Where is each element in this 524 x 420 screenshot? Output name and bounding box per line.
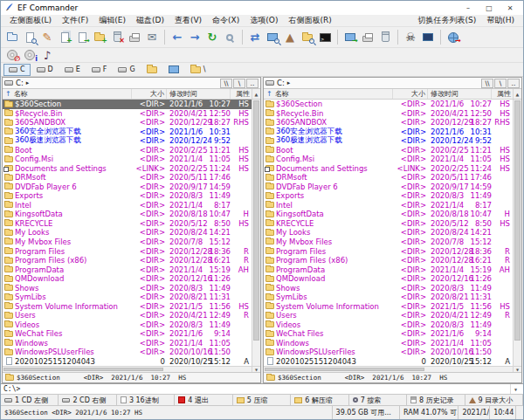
- right-vertical-scrollbar[interactable]: [513, 100, 521, 366]
- file-row[interactable]: Videos<DIR>2020/8/311:49: [264, 320, 513, 329]
- file-row[interactable]: Shows<DIR>2020/8/311:49: [264, 283, 513, 293]
- folder-search-icon[interactable]: [300, 30, 315, 45]
- drive-e-button[interactable]: E: [59, 64, 86, 76]
- edit-icon[interactable]: ✎: [39, 30, 55, 45]
- scrollbar-thumb[interactable]: [265, 368, 424, 371]
- menu-item[interactable]: 右侧面板(R): [283, 15, 336, 26]
- file-row[interactable]: ProgramData<DIR>2021/1/415:19AH: [3, 265, 252, 274]
- copy-icon[interactable]: +: [57, 30, 72, 45]
- scrollbar-thumb[interactable]: [3, 368, 163, 371]
- path-caret-icon[interactable]: ▸: [26, 79, 30, 86]
- right-horizontal-scrollbar[interactable]: [264, 366, 521, 372]
- email-icon[interactable]: ✉: [144, 30, 160, 45]
- column-attr[interactable]: 属性: [231, 89, 252, 99]
- scrollbar-thumb[interactable]: [514, 100, 521, 341]
- file-row[interactable]: Program Files (x86)<DIR>2020/12/2816:21R: [3, 256, 252, 265]
- delete-icon[interactable]: ×: [109, 30, 125, 45]
- minimize-button[interactable]: –: [459, 2, 477, 14]
- column-date[interactable]: 修改时间: [167, 89, 231, 99]
- move-icon[interactable]: →: [74, 30, 90, 45]
- menu-item[interactable]: 切换任务列表(S): [412, 15, 481, 26]
- file-row[interactable]: $Recycle.Bin<DIR>2020/4/2112:50HS: [3, 109, 252, 119]
- nav-root-button[interactable]: \: [494, 79, 507, 88]
- file-row[interactable]: WindowsPSLUserFiles<DIR>2020/10/1611:50: [3, 348, 252, 357]
- function-key-9[interactable]: 9 目录大小: [465, 395, 523, 405]
- file-row[interactable]: System Volume Information<DIR>2021/1/511…: [3, 301, 252, 311]
- menu-item[interactable]: 帮助(H): [481, 15, 520, 26]
- file-row[interactable]: Windows<DIR>2021/1/411:05: [264, 338, 513, 348]
- close-button[interactable]: ✕: [501, 2, 519, 14]
- connect-device-icon[interactable]: →: [342, 30, 358, 45]
- maximize-button[interactable]: □: [480, 2, 498, 14]
- menu-item[interactable]: 命令(X): [207, 15, 245, 26]
- back-icon[interactable]: ←: [169, 30, 185, 45]
- file-row[interactable]: $360Section<DIR>2021/1/610:27HS: [3, 100, 252, 109]
- file-row[interactable]: SymLibs<DIR>2020/8/2111:31: [264, 293, 513, 302]
- column-size[interactable]: 大小: [393, 89, 428, 99]
- file-row[interactable]: QMDownload<DIR>2020/12/1611:26: [264, 274, 513, 284]
- file-row[interactable]: DVDFab Player 6<DIR>2020/9/1714:59: [264, 182, 513, 192]
- file-row[interactable]: QMDownload<DIR>2020/12/1611:26: [3, 274, 252, 284]
- file-row[interactable]: Exports<DIR>2020/8/311:49: [264, 191, 513, 201]
- cd-block-icon[interactable]: ∅: [4, 48, 20, 63]
- file-row[interactable]: Config.Msi<DIR>2021/1/411:05HS: [264, 155, 513, 164]
- kill-process-icon[interactable]: ☠: [403, 30, 418, 45]
- menu-item[interactable]: 文件(F): [57, 15, 93, 26]
- file-row[interactable]: ProgramData<DIR>2021/1/415:19AH: [264, 265, 513, 274]
- menu-item[interactable]: 磁盘(D): [131, 15, 169, 26]
- file-row[interactable]: $Recycle.Bin<DIR>2020/4/2112:50HS: [264, 109, 513, 119]
- function-key-3[interactable]: 3 16进制: [117, 395, 175, 405]
- menu-item[interactable]: 选项(O): [245, 15, 283, 26]
- file-row[interactable]: KRECYCLE<DIR>2020/5/128:50HS: [264, 219, 513, 229]
- file-row[interactable]: KingsoftData<DIR>2020/8/1810:47H: [264, 210, 513, 219]
- nav-network-root-button[interactable]: \\: [481, 79, 493, 88]
- drive-d-button[interactable]: D: [31, 64, 59, 76]
- path-caret-icon[interactable]: ▸: [287, 79, 291, 86]
- file-row[interactable]: My Mvbox Files<DIR>2020/7/815:12: [264, 238, 513, 247]
- menu-item[interactable]: 左侧面板(L): [4, 15, 57, 26]
- new-folder-icon[interactable]: +: [92, 30, 107, 45]
- file-row[interactable]: DVDFab Player 6<DIR>2020/9/1714:59: [3, 182, 252, 192]
- menu-item[interactable]: 编辑(E): [93, 15, 131, 26]
- file-row[interactable]: 360极速浏览器下载<DIR>2020/12/249:52: [3, 136, 252, 146]
- drive-f-button[interactable]: F: [86, 64, 113, 76]
- root-shortcut-button[interactable]: \: [185, 64, 211, 76]
- file-row[interactable]: DRMsoft<DIR>2020/5/1117:46: [3, 173, 252, 182]
- file-row[interactable]: Users<DIR>2020/4/2112:49R: [264, 311, 513, 320]
- file-row[interactable]: Documents and Settings<LINK>2020/2/2511:…: [3, 164, 252, 174]
- refresh-icon[interactable]: ↻: [204, 30, 220, 45]
- folder-shortcut-button[interactable]: [141, 64, 162, 76]
- file-row[interactable]: Program Files (x86)<DIR>2020/12/2816:21R: [264, 256, 513, 265]
- file-row[interactable]: Shows<DIR>2020/8/311:49: [3, 283, 252, 293]
- scroll-down-icon[interactable]: [252, 367, 260, 372]
- quick-view-icon[interactable]: [22, 30, 38, 45]
- file-row[interactable]: Config.Msi<DIR>2021/1/411:05HS: [3, 155, 252, 164]
- function-key-1[interactable]: 1 CD 左侧: [1, 395, 59, 405]
- scrollbar-thumb[interactable]: [253, 100, 259, 341]
- file-row[interactable]: My Looks<DIR>2020/8/2414:21: [264, 228, 513, 238]
- column-name[interactable]: ↑名称: [3, 89, 132, 99]
- scroll-up-icon[interactable]: ▲: [252, 89, 260, 99]
- file-row[interactable]: $360Section<DIR>2021/1/610:27HS: [264, 100, 513, 109]
- cd-audio-icon[interactable]: ♪: [39, 48, 55, 63]
- nav-parent-button[interactable]: ..: [507, 79, 520, 88]
- file-row[interactable]: 2020102515120404302020/10/2515:12A: [264, 356, 513, 366]
- screensaver-icon[interactable]: [420, 30, 436, 45]
- left-vertical-scrollbar[interactable]: [252, 100, 260, 366]
- file-row[interactable]: Windows<DIR>2021/1/411:05: [3, 338, 252, 348]
- file-row[interactable]: DRMsoft<DIR>2020/5/1117:46: [264, 173, 513, 182]
- function-key-8[interactable]: 8 历史记录: [407, 395, 465, 405]
- file-row[interactable]: 2020102515120404302020/10/2515:12A: [3, 356, 252, 366]
- command-line[interactable]: C:\> ▼: [1, 383, 523, 394]
- sync-icon[interactable]: ⇄: [247, 30, 263, 45]
- file-row[interactable]: My Mvbox Files<DIR>2020/7/815:12: [3, 238, 252, 247]
- file-row[interactable]: WeChat Files<DIR>2021/1/69:14: [3, 329, 252, 339]
- cd-info-icon[interactable]: i: [22, 48, 38, 63]
- file-row[interactable]: WindowsPSLUserFiles<DIR>2020/10/1611:50: [264, 348, 513, 357]
- file-row[interactable]: SymLibs<DIR>2020/8/2111:31: [3, 293, 252, 302]
- file-row[interactable]: Boot<DIR>2020/2/2511:21HS: [264, 146, 513, 155]
- fax-icon[interactable]: [360, 30, 376, 45]
- file-row[interactable]: Program Files<DIR>2020/12/2818:36R: [264, 246, 513, 256]
- left-horizontal-scrollbar[interactable]: [3, 366, 260, 372]
- file-row[interactable]: KRECYCLE<DIR>2020/5/128:50HS: [3, 219, 252, 229]
